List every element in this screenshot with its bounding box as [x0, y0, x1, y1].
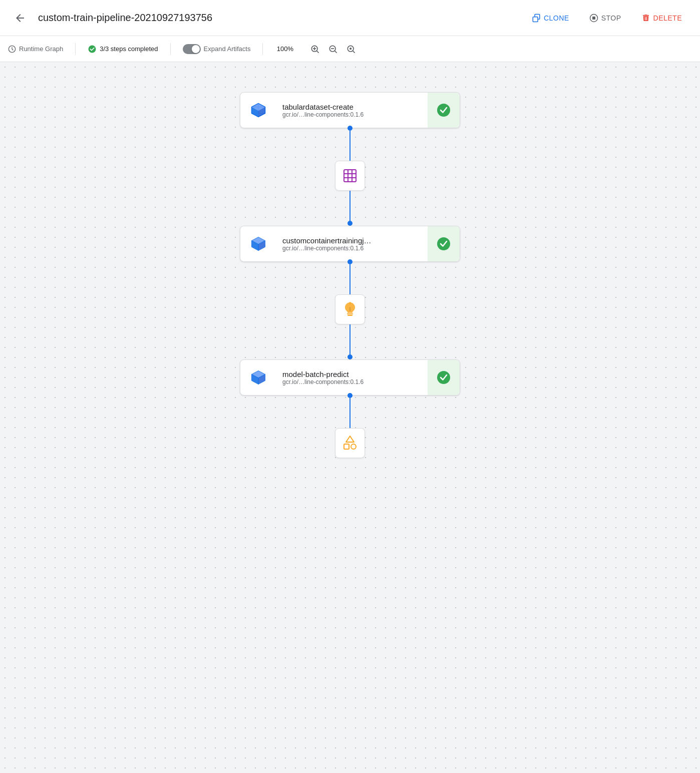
pipeline-flow: tabulardataset-create gcr.io/…line-compo…	[230, 92, 470, 458]
artifact-node-dataset[interactable]	[335, 161, 365, 191]
back-button[interactable]	[10, 8, 30, 28]
page-title: custom-train-pipeline-20210927193756	[38, 12, 516, 24]
steps-label: 3/3 steps completed	[100, 45, 158, 53]
runtime-graph-label: Runtime Graph	[19, 45, 63, 53]
connector-4	[349, 324, 351, 359]
node-customcontainertraining[interactable]: customcontainertrainingj… gcr.io/…line-c…	[240, 226, 460, 262]
page-header: custom-train-pipeline-20210927193756 CLO…	[0, 0, 700, 36]
node3-icon-area	[240, 359, 276, 396]
node2-name: customcontainertrainingj…	[282, 236, 422, 245]
delete-button[interactable]: DELETE	[633, 10, 690, 27]
node2-subtitle: gcr.io/…line-components:0.1.6	[282, 245, 422, 252]
svg-rect-26	[347, 313, 353, 314]
node2-status	[428, 226, 460, 262]
expand-artifacts-label: Expand Artifacts	[204, 45, 251, 53]
divider-1	[75, 43, 76, 55]
node2-content: customcontainertrainingj… gcr.io/…line-c…	[276, 232, 428, 256]
divider-3	[262, 43, 263, 55]
svg-point-36	[437, 371, 450, 384]
node1-subtitle: gcr.io/…line-components:0.1.6	[282, 111, 422, 118]
artifact-node-model[interactable]	[335, 294, 365, 324]
svg-point-13	[437, 104, 450, 117]
divider-2	[170, 43, 171, 55]
svg-rect-38	[344, 444, 349, 449]
node-model-batch-predict[interactable]: model-batch-predict gcr.io/…line-compone…	[240, 359, 460, 396]
stop-button[interactable]: STOP	[581, 10, 629, 27]
connector-2	[349, 191, 351, 226]
toolbar: Runtime Graph 3/3 steps completed Expand…	[0, 36, 700, 62]
zoom-level: 100%	[275, 45, 295, 53]
node1-name: tabulardataset-create	[282, 103, 422, 111]
node3-status	[428, 359, 460, 396]
connector-5	[349, 396, 351, 428]
expand-artifacts-toggle[interactable]: Expand Artifacts	[183, 42, 251, 56]
node-tabulardataset-create[interactable]: tabulardataset-create gcr.io/…line-compo…	[240, 92, 460, 128]
node3-name: model-batch-predict	[282, 370, 422, 378]
node3-content: model-batch-predict gcr.io/…line-compone…	[276, 366, 428, 390]
svg-point-5	[89, 45, 96, 53]
zoom-in-button[interactable]	[307, 41, 323, 57]
connector-1	[349, 128, 351, 161]
node3-subtitle: gcr.io/…line-components:0.1.6	[282, 378, 422, 385]
pipeline-canvas: tabulardataset-create gcr.io/…line-compo…	[0, 62, 700, 773]
connector-3	[349, 262, 351, 294]
svg-rect-1	[533, 17, 538, 22]
node1-icon-area	[240, 92, 276, 128]
svg-rect-14	[344, 170, 356, 182]
zoom-controls	[307, 41, 359, 57]
steps-completed: 3/3 steps completed	[88, 45, 158, 54]
svg-point-9	[350, 48, 352, 50]
node1-content: tabulardataset-create gcr.io/…line-compo…	[276, 99, 428, 122]
svg-marker-37	[346, 436, 354, 442]
artifact-node-output[interactable]	[335, 428, 365, 458]
svg-rect-27	[347, 315, 353, 316]
node2-icon-area	[240, 226, 276, 262]
svg-rect-3	[592, 17, 595, 20]
header-actions: CLONE STOP DELETE	[524, 10, 690, 27]
node1-status	[428, 92, 460, 128]
svg-point-39	[351, 444, 356, 449]
zoom-out-button[interactable]	[325, 41, 341, 57]
clone-button[interactable]: CLONE	[524, 10, 577, 27]
runtime-graph-item[interactable]: Runtime Graph	[8, 43, 63, 55]
svg-point-25	[437, 237, 450, 250]
zoom-reset-button[interactable]	[343, 41, 359, 57]
